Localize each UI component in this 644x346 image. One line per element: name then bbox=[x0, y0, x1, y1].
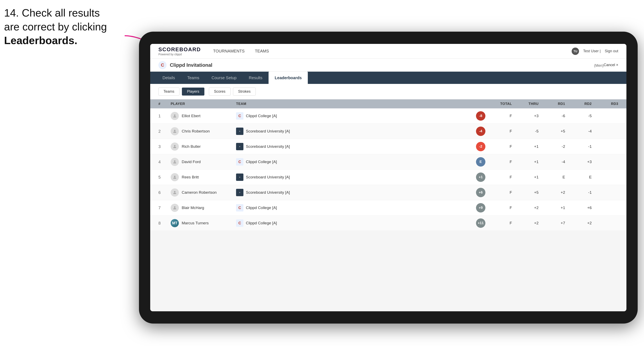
table-body: 1 Elliot Ebert C Clippd College [A] -8 F… bbox=[150, 108, 626, 231]
rd1-cell: +3 bbox=[512, 114, 538, 118]
player-name: Marcus Turners bbox=[182, 221, 209, 225]
team-name: Scoreboard University [A] bbox=[246, 190, 290, 195]
thru-cell: F bbox=[486, 129, 512, 134]
team-cell: C Clippd College [A] bbox=[236, 158, 318, 166]
team-logo-scoreboard: ≡ bbox=[236, 128, 244, 135]
player-name: Blair McHarg bbox=[182, 205, 204, 210]
thru-cell: F bbox=[486, 114, 512, 118]
filter-scores[interactable]: Scores bbox=[209, 88, 230, 96]
score-badge: +1 bbox=[476, 173, 486, 182]
player-cell: David Ford bbox=[171, 158, 236, 166]
table-row: 5 Rees Britt ≡ Scoreboard University [A]… bbox=[150, 170, 626, 185]
rd3-cell: -5 bbox=[565, 114, 592, 118]
rd1-cell: -5 bbox=[512, 129, 538, 134]
logo-sub: Powered by clippd bbox=[158, 53, 201, 56]
tab-leaderboards[interactable]: Leaderboards bbox=[268, 72, 308, 84]
player-cell: Elliot Ebert bbox=[171, 112, 236, 120]
nav-tournaments[interactable]: TOURNAMENTS bbox=[213, 48, 245, 54]
pos-number: 1 bbox=[158, 114, 171, 118]
team-name: Scoreboard University [A] bbox=[246, 175, 290, 179]
player-name: Chris Robertson bbox=[182, 129, 210, 134]
tab-teams[interactable]: Teams bbox=[181, 72, 206, 84]
rd2-cell: -6 bbox=[538, 114, 565, 118]
player-name: Cameron Robertson bbox=[182, 190, 217, 195]
filter-players[interactable]: Players bbox=[182, 88, 204, 96]
pos-number: 8 bbox=[158, 221, 171, 226]
score-total-cell: +11 bbox=[318, 218, 486, 228]
rd1-cell: +1 bbox=[512, 144, 538, 149]
nav-teams[interactable]: TEAMS bbox=[255, 48, 269, 54]
rd2-cell: +1 bbox=[538, 205, 565, 210]
thru-cell: F bbox=[486, 221, 512, 225]
score-badge: -2 bbox=[476, 142, 486, 151]
player-avatar: MT bbox=[171, 219, 179, 227]
player-name: Elliot Ebert bbox=[182, 114, 200, 118]
rd2-cell: +2 bbox=[538, 190, 565, 195]
table-row: 7 Blair McHarg C Clippd College [A] +9 F… bbox=[150, 200, 626, 215]
table-row: 3 Rich Butler ≡ Scoreboard University [A… bbox=[150, 139, 626, 154]
col-player: PLAYER bbox=[171, 102, 236, 106]
player-cell: Rich Butler bbox=[171, 143, 236, 151]
rd3-cell: +2 bbox=[565, 221, 592, 225]
team-logo-clippd: C bbox=[236, 158, 244, 166]
score-total-cell: +1 bbox=[318, 173, 486, 182]
col-pos: # bbox=[158, 102, 171, 106]
player-avatar bbox=[171, 127, 179, 135]
cancel-button[interactable]: Cancel × bbox=[604, 63, 618, 67]
player-name: Rich Butler bbox=[182, 144, 201, 149]
svg-point-5 bbox=[174, 176, 175, 177]
player-avatar bbox=[171, 112, 179, 120]
pos-number: 4 bbox=[158, 160, 171, 164]
tournament-tag: (Men) bbox=[594, 63, 604, 68]
tab-results[interactable]: Results bbox=[242, 72, 268, 84]
svg-point-6 bbox=[174, 191, 175, 192]
player-avatar bbox=[171, 188, 179, 196]
pos-number: 5 bbox=[158, 175, 171, 180]
team-logo-clippd: C bbox=[236, 204, 244, 211]
pos-number: 6 bbox=[158, 190, 171, 195]
player-cell: Blair McHarg bbox=[171, 204, 236, 212]
pos-number: 7 bbox=[158, 205, 171, 210]
nav-links: TOURNAMENTS TEAMS bbox=[213, 48, 572, 54]
team-logo-scoreboard: ≡ bbox=[236, 173, 244, 181]
rd2-cell: +7 bbox=[538, 221, 565, 225]
table-row: 4 David Ford C Clippd College [A] E F +1… bbox=[150, 154, 626, 170]
header-right: TU Test User | Sign out bbox=[572, 48, 618, 55]
filter-strokes[interactable]: Strokes bbox=[233, 88, 256, 96]
player-cell: MT Marcus Turners bbox=[171, 219, 236, 227]
thru-cell: F bbox=[486, 205, 512, 210]
filter-teams[interactable]: Teams bbox=[158, 88, 180, 96]
col-team: TEAM bbox=[236, 102, 318, 106]
svg-point-3 bbox=[174, 145, 175, 147]
team-logo-scoreboard: ≡ bbox=[236, 143, 244, 150]
table-row: 1 Elliot Ebert C Clippd College [A] -8 F… bbox=[150, 108, 626, 124]
tournament-icon: C bbox=[158, 61, 166, 69]
rd1-cell: +2 bbox=[512, 221, 538, 225]
table-header: # PLAYER TEAM TOTAL THRU RD1 RD2 RD3 bbox=[150, 99, 626, 108]
player-cell: Chris Robertson bbox=[171, 127, 236, 135]
score-total-cell: -2 bbox=[318, 142, 486, 151]
logo-area: SCOREBOARD Powered by clippd bbox=[158, 46, 201, 56]
user-avatar: TU bbox=[572, 48, 579, 55]
sign-out-link[interactable]: Sign out bbox=[605, 49, 618, 53]
rd1-cell: +1 bbox=[512, 160, 538, 164]
team-name: Clippd College [A] bbox=[246, 114, 277, 118]
team-cell: C Clippd College [A] bbox=[236, 204, 318, 211]
team-cell: ≡ Scoreboard University [A] bbox=[236, 128, 318, 135]
col-rd1: RD1 bbox=[538, 102, 565, 106]
team-name: Clippd College [A] bbox=[246, 221, 277, 225]
rd1-cell: +5 bbox=[512, 190, 538, 195]
score-total-cell: +9 bbox=[318, 203, 486, 212]
player-avatar bbox=[171, 158, 179, 166]
thru-cell: F bbox=[486, 160, 512, 164]
rd3-cell: -1 bbox=[565, 190, 592, 195]
col-thru: THRU bbox=[512, 102, 538, 106]
rd3-cell: -4 bbox=[565, 129, 592, 134]
table-row: 2 Chris Robertson ≡ Scoreboard Universit… bbox=[150, 124, 626, 139]
team-cell: ≡ Scoreboard University [A] bbox=[236, 189, 318, 196]
tab-course-setup[interactable]: Course Setup bbox=[206, 72, 242, 84]
pos-number: 3 bbox=[158, 144, 171, 149]
tab-details[interactable]: Details bbox=[156, 72, 181, 84]
rd3-cell: -1 bbox=[565, 144, 592, 149]
rd1-cell: +2 bbox=[512, 205, 538, 210]
